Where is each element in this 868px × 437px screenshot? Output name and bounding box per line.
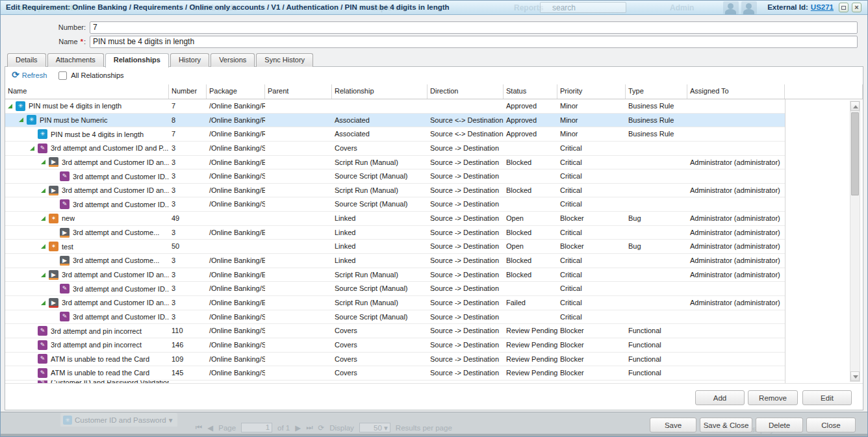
scroll-up-icon[interactable] — [850, 101, 860, 111]
close-icon[interactable]: × — [852, 3, 862, 12]
number-cell: 49 — [169, 212, 207, 225]
column-header-assigned-to[interactable]: Assigned To — [687, 84, 785, 99]
execution-icon: ▶ — [49, 157, 58, 167]
package-cell: /Online Banking/Requirements — [207, 99, 265, 113]
tab-relationships[interactable]: Relationships — [105, 53, 169, 68]
name-cell: ✳PIN must be 4 digits in length — [5, 99, 169, 113]
external-id-link[interactable]: US271 — [811, 3, 834, 11]
row-name: 3rd attempt and pin incorrect — [51, 341, 142, 349]
number-field[interactable] — [90, 21, 858, 34]
scroll-down-icon[interactable] — [850, 371, 860, 381]
table-row[interactable]: ✎3rd attempt and pin incorrect146/Online… — [5, 338, 785, 353]
table-row[interactable]: ✳PIN must be Numeric8/Online Banking/Req… — [5, 114, 785, 128]
table-row[interactable]: ✎3rd attempt and pin incorrect110/Online… — [5, 324, 785, 338]
column-header-parent[interactable]: Parent — [265, 84, 332, 99]
table-row[interactable]: ✎3rd attempt and Customer ID and P...3/O… — [5, 142, 785, 156]
all-relationships-checkbox[interactable] — [58, 71, 67, 80]
row-name: new — [62, 214, 75, 222]
maximize-icon[interactable] — [839, 3, 849, 12]
table-row[interactable]: ✶test50LinkedSource -> DestinationOpenBl… — [5, 240, 785, 254]
remove-button[interactable]: Remove — [748, 390, 798, 405]
table-row[interactable]: ▶3rd attempt and Custome...3/Online Bank… — [5, 226, 785, 240]
refresh-button[interactable]: ⟳ Refresh — [12, 71, 47, 79]
table-row[interactable]: ✎3rd attempt and Customer ID...3/Online … — [5, 282, 785, 296]
column-header-status[interactable]: Status — [504, 84, 557, 99]
expanded-arrow-icon — [41, 273, 45, 277]
type-cell — [626, 282, 687, 295]
priority-cell: Critical — [557, 296, 626, 310]
number-label: Number: — [1, 23, 86, 31]
table-row[interactable]: ▶3rd attempt and Customer ID an...3/Onli… — [5, 156, 785, 170]
tab-history[interactable]: History — [170, 53, 209, 67]
number-cell: 110 — [169, 324, 207, 338]
relationship-cell: Script Run (Manual) — [332, 184, 428, 197]
tree-indent — [5, 303, 41, 303]
tab-details[interactable]: Details — [7, 53, 46, 67]
tree-indent — [5, 119, 19, 120]
tree-expand-arrow[interactable] — [19, 118, 27, 122]
table-row[interactable]: ✶new49LinkedSource -> DestinationOpenBlo… — [5, 212, 785, 226]
tree-expand-arrow[interactable] — [8, 104, 16, 108]
table-row[interactable]: ✎ATM is unable to read the Card109/Onlin… — [5, 353, 785, 367]
tree-expand-arrow[interactable] — [41, 216, 49, 221]
column-header-number[interactable]: Number — [169, 84, 207, 99]
table-row[interactable]: ▶3rd attempt and Customer ID an...3/Onli… — [5, 296, 785, 310]
number-cell: 145 — [169, 366, 207, 380]
relationship-cell: Covers — [332, 366, 428, 380]
name-cell: ✎ATM is unable to read the Card — [5, 366, 169, 380]
column-header-direction[interactable]: Direction — [428, 84, 504, 99]
column-header-priority[interactable]: Priority — [557, 84, 626, 99]
name-cell: ✳PIN must be 4 digits in length — [5, 127, 169, 141]
tree-expand-arrow[interactable] — [41, 301, 49, 305]
relationship-cell: Source Script (Manual) — [332, 282, 428, 295]
scrollbar-thumb[interactable] — [851, 112, 859, 195]
column-header-package[interactable]: Package — [207, 84, 265, 99]
table-row[interactable]: ▶3rd attempt and Customer ID an...3/Onli… — [5, 268, 785, 282]
save-and-close-button[interactable]: Save & Close — [700, 418, 752, 432]
table-row[interactable]: ✳PIN must be 4 digits in length7/Online … — [5, 99, 785, 114]
parent-cell — [265, 197, 332, 211]
close-button[interactable]: Close — [806, 418, 856, 432]
name-field[interactable] — [90, 36, 858, 48]
table-row[interactable]: ✎3rd attempt and Customer ID...3/Online … — [5, 310, 785, 325]
tree-expand-arrow[interactable] — [41, 160, 49, 164]
direction-cell: Source -> Destination — [428, 169, 504, 183]
relationship-cell: Script Run (Manual) — [332, 268, 428, 282]
edit-button[interactable]: Edit — [802, 390, 852, 405]
priority-cell: Blocker — [557, 366, 626, 380]
tab-versions[interactable]: Versions — [211, 53, 255, 67]
external-id-label: External Id: — [767, 3, 808, 11]
tree-indent — [5, 204, 52, 205]
relationship-cell: Linked — [332, 212, 428, 225]
tab-attachments[interactable]: Attachments — [47, 53, 104, 67]
table-row[interactable]: ✎ATM is unable to read the Card145/Onlin… — [5, 366, 785, 381]
package-cell — [207, 240, 265, 253]
vertical-scrollbar[interactable] — [850, 101, 860, 382]
tree-expand-arrow[interactable] — [41, 273, 49, 277]
table-row[interactable]: ✎3rd attempt and Customer ID...3/Online … — [5, 197, 785, 212]
assignedto-cell — [687, 142, 785, 155]
refresh-icon: ⟳ — [12, 71, 19, 79]
table-row[interactable]: ✎3rd attempt and Customer ID...3/Online … — [5, 169, 785, 184]
table-row[interactable]: ✳PIN must be 4 digits in length7/Online … — [5, 127, 785, 142]
add-button[interactable]: Add — [695, 390, 745, 405]
tree-expand-arrow[interactable] — [30, 146, 38, 151]
column-header-name[interactable]: Name — [5, 84, 169, 99]
type-cell — [626, 142, 687, 155]
tab-sync-history[interactable]: Sync History — [256, 53, 313, 67]
name-cell: ▶3rd attempt and Custome... — [5, 226, 169, 240]
tree-expand-arrow[interactable] — [41, 188, 49, 193]
assignedto-cell: Administrator (administrator) — [687, 240, 785, 253]
relationship-cell: Covers — [332, 324, 428, 338]
column-header-relationship[interactable]: Relationship — [332, 84, 428, 99]
column-header-type[interactable]: Type — [626, 84, 687, 99]
package-cell: /Online Banking/Execution — [207, 184, 265, 197]
table-row[interactable]: ▶3rd attempt and Customer ID an...3/Onli… — [5, 184, 785, 198]
tree-expand-arrow[interactable] — [41, 244, 49, 249]
table-row[interactable]: ▶3rd attempt and Custome...3/Online Bank… — [5, 254, 785, 268]
type-cell: Bug — [626, 240, 687, 253]
requirement-icon: ✳ — [63, 416, 72, 425]
direction-cell: Source -> Destination — [428, 338, 504, 352]
save-button[interactable]: Save — [650, 418, 696, 432]
delete-button[interactable]: Delete — [756, 418, 803, 432]
